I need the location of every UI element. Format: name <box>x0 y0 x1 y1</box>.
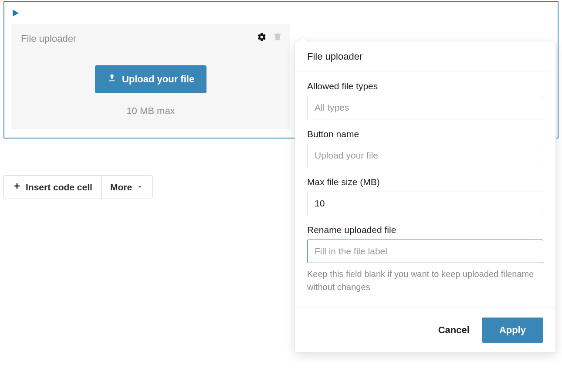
upload-area: Upload your file 10 MB max <box>21 65 281 117</box>
apply-button[interactable]: Apply <box>482 318 543 343</box>
widget-action-icons <box>257 32 282 42</box>
popover-body: Allowed file types Button name Max file … <box>295 71 555 308</box>
cell-toolbar: Insert code cell More <box>3 175 152 199</box>
button-name-label: Button name <box>307 129 543 139</box>
popover-footer: Cancel Apply <box>295 308 555 352</box>
cell-run-row <box>11 7 551 23</box>
field-button-name: Button name <box>307 129 543 167</box>
chevron-down-icon <box>136 182 143 193</box>
cancel-button[interactable]: Cancel <box>438 324 470 336</box>
file-uploader-settings-popover: File uploader Allowed file types Button … <box>295 42 556 353</box>
field-allowed-types: Allowed file types <box>307 81 543 119</box>
allowed-types-input[interactable] <box>307 96 543 119</box>
svg-marker-0 <box>13 10 19 17</box>
more-label: More <box>110 182 132 193</box>
insert-code-cell-button[interactable]: Insert code cell <box>4 176 101 199</box>
popover-title: File uploader <box>295 42 555 71</box>
field-rename: Rename uploaded file Keep this field bla… <box>307 225 543 294</box>
allowed-types-label: Allowed file types <box>307 81 543 91</box>
rename-label: Rename uploaded file <box>307 225 543 235</box>
plus-icon <box>13 182 21 193</box>
upload-button[interactable]: Upload your file <box>95 65 207 93</box>
max-size-label: Max file size (MB) <box>307 177 543 187</box>
button-name-input[interactable] <box>307 144 543 167</box>
trash-icon[interactable] <box>273 32 282 42</box>
field-max-size: Max file size (MB) <box>307 177 543 215</box>
gear-icon[interactable] <box>257 32 267 42</box>
widget-title: File uploader <box>21 33 281 44</box>
run-icon[interactable] <box>11 9 20 17</box>
upload-icon <box>107 73 117 85</box>
upload-button-label: Upload your file <box>122 74 194 85</box>
upload-size-hint: 10 MB max <box>21 105 281 117</box>
rename-input[interactable] <box>307 240 543 263</box>
insert-code-cell-label: Insert code cell <box>26 182 92 193</box>
max-size-input[interactable] <box>307 192 543 215</box>
rename-help-text: Keep this field blank if you want to kee… <box>307 267 543 294</box>
more-button[interactable]: More <box>101 176 152 199</box>
file-uploader-widget: File uploader Upload your file 10 MB max <box>11 24 290 129</box>
popover-arrow <box>298 37 308 42</box>
